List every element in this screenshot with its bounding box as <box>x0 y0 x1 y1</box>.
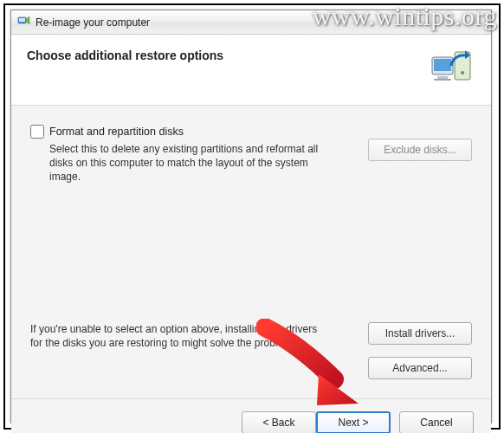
svg-rect-3 <box>434 59 451 71</box>
computer-restore-icon <box>430 47 475 89</box>
next-button[interactable]: Next > <box>316 411 391 434</box>
cancel-button[interactable]: Cancel <box>399 411 474 434</box>
advanced-button[interactable]: Advanced... <box>368 357 472 379</box>
header-region: Choose additional restore options <box>11 35 491 106</box>
page-heading: Choose additional restore options <box>27 47 223 62</box>
recovery-icon <box>16 14 30 30</box>
format-repartition-checkbox[interactable] <box>30 125 44 139</box>
titlebar: Re-image your computer <box>11 10 491 35</box>
driver-help-text: If you're unable to select an option abo… <box>30 322 325 350</box>
wizard-footer: < Back Next > Cancel <box>11 398 491 433</box>
body-region: Format and repartition disks Select this… <box>11 106 491 398</box>
install-drivers-button[interactable]: Install drivers... <box>368 322 472 345</box>
format-description: Select this to delete any existing parti… <box>49 142 326 184</box>
svg-rect-5 <box>434 79 451 81</box>
reimage-dialog: Re-image your computer Choose additional… <box>10 10 492 423</box>
back-button[interactable]: < Back <box>242 411 316 434</box>
format-repartition-label[interactable]: Format and repartition disks <box>49 126 184 138</box>
format-checkbox-row: Format and repartition disks <box>30 125 472 139</box>
screenshot-frame: Re-image your computer Choose additional… <box>3 3 501 430</box>
svg-rect-4 <box>437 76 448 79</box>
window-title: Re-image your computer <box>36 16 150 29</box>
svg-rect-1 <box>19 18 25 22</box>
svg-point-7 <box>461 71 464 74</box>
exclude-disks-button: Exclude disks... <box>368 139 472 161</box>
